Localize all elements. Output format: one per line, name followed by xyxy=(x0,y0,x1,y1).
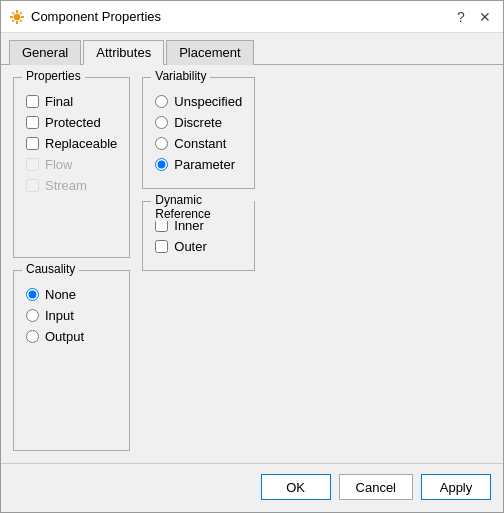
stream-label: Stream xyxy=(45,178,87,193)
variability-panel: Variability Unspecified Discrete Constan… xyxy=(142,77,255,189)
constant-radio[interactable] xyxy=(155,137,168,150)
bottom-row: OK Cancel Apply xyxy=(1,463,503,512)
close-button[interactable]: ✕ xyxy=(475,7,495,27)
dynamic-reference-title: Dynamic Reference xyxy=(151,193,254,221)
none-radio[interactable] xyxy=(26,288,39,301)
svg-rect-8 xyxy=(19,19,22,22)
flow-checkbox[interactable] xyxy=(26,158,39,171)
discrete-radio[interactable] xyxy=(155,116,168,129)
cancel-button[interactable]: Cancel xyxy=(339,474,413,500)
causality-title: Causality xyxy=(22,262,79,276)
parameter-row: Parameter xyxy=(155,157,242,172)
protected-row: Protected xyxy=(26,115,117,130)
constant-row: Constant xyxy=(155,136,242,151)
output-row: Output xyxy=(26,329,117,344)
output-label[interactable]: Output xyxy=(45,329,84,344)
protected-label[interactable]: Protected xyxy=(45,115,101,130)
input-radio[interactable] xyxy=(26,309,39,322)
dialog-title: Component Properties xyxy=(31,9,161,24)
discrete-label[interactable]: Discrete xyxy=(174,115,222,130)
variability-title: Variability xyxy=(151,69,210,83)
outer-row: Outer xyxy=(155,239,242,254)
properties-panel: Properties Final Protected Replaceable xyxy=(13,77,130,258)
dialog-content: Properties Final Protected Replaceable xyxy=(1,65,503,463)
component-icon xyxy=(9,9,25,25)
dynamic-reference-panel: Dynamic Reference Inner Outer xyxy=(142,201,255,271)
constant-label[interactable]: Constant xyxy=(174,136,226,151)
svg-rect-1 xyxy=(16,10,18,13)
final-checkbox[interactable] xyxy=(26,95,39,108)
panels-row: Properties Final Protected Replaceable xyxy=(13,77,491,451)
stream-row: Stream xyxy=(26,178,117,193)
svg-rect-4 xyxy=(21,16,24,18)
outer-checkbox[interactable] xyxy=(155,240,168,253)
svg-rect-6 xyxy=(19,11,22,14)
unspecified-label[interactable]: Unspecified xyxy=(174,94,242,109)
title-bar-actions: ? ✕ xyxy=(451,7,495,27)
parameter-label[interactable]: Parameter xyxy=(174,157,235,172)
svg-rect-2 xyxy=(16,21,18,24)
help-button[interactable]: ? xyxy=(451,7,471,27)
none-label[interactable]: None xyxy=(45,287,76,302)
dialog: Component Properties ? ✕ General Attribu… xyxy=(0,0,504,513)
svg-point-0 xyxy=(14,14,20,20)
protected-checkbox[interactable] xyxy=(26,116,39,129)
flow-row: Flow xyxy=(26,157,117,172)
stream-checkbox[interactable] xyxy=(26,179,39,192)
causality-panel: Causality None Input Output xyxy=(13,270,130,451)
svg-rect-7 xyxy=(12,19,15,22)
unspecified-row: Unspecified xyxy=(155,94,242,109)
svg-rect-3 xyxy=(10,16,13,18)
output-radio[interactable] xyxy=(26,330,39,343)
replaceable-checkbox[interactable] xyxy=(26,137,39,150)
final-row: Final xyxy=(26,94,117,109)
discrete-row: Discrete xyxy=(155,115,242,130)
parameter-radio[interactable] xyxy=(155,158,168,171)
title-bar-left: Component Properties xyxy=(9,9,161,25)
input-row: Input xyxy=(26,308,117,323)
tab-attributes[interactable]: Attributes xyxy=(83,40,164,65)
title-bar: Component Properties ? ✕ xyxy=(1,1,503,33)
final-label[interactable]: Final xyxy=(45,94,73,109)
input-label[interactable]: Input xyxy=(45,308,74,323)
right-column: Variability Unspecified Discrete Constan… xyxy=(142,77,255,451)
tabs-bar: General Attributes Placement xyxy=(1,33,503,65)
flow-label: Flow xyxy=(45,157,72,172)
ok-button[interactable]: OK xyxy=(261,474,331,500)
tab-general[interactable]: General xyxy=(9,40,81,65)
replaceable-label[interactable]: Replaceable xyxy=(45,136,117,151)
left-column: Properties Final Protected Replaceable xyxy=(13,77,130,451)
outer-label[interactable]: Outer xyxy=(174,239,207,254)
none-row: None xyxy=(26,287,117,302)
unspecified-radio[interactable] xyxy=(155,95,168,108)
svg-rect-5 xyxy=(12,11,15,14)
properties-title: Properties xyxy=(22,69,85,83)
apply-button[interactable]: Apply xyxy=(421,474,491,500)
replaceable-row: Replaceable xyxy=(26,136,117,151)
tab-placement[interactable]: Placement xyxy=(166,40,253,65)
